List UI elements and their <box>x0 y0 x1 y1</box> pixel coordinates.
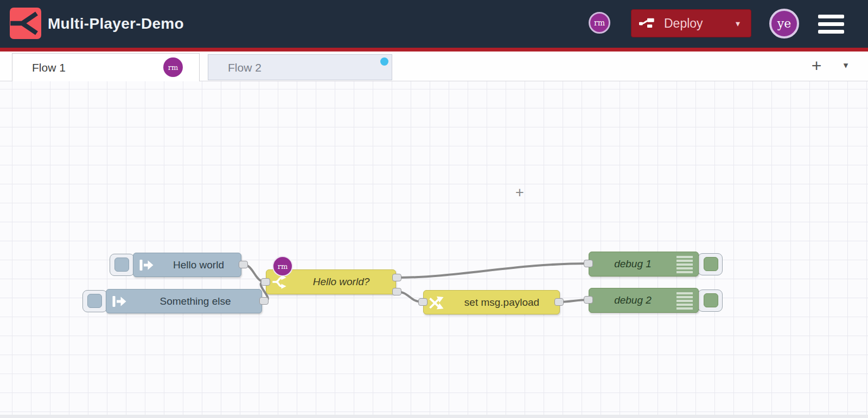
input-port[interactable] <box>418 298 427 306</box>
main-menu-button[interactable] <box>818 14 844 35</box>
deploy-icon <box>639 16 655 30</box>
debug-toggle-button[interactable] <box>698 253 723 275</box>
user-avatar[interactable]: ye <box>769 9 799 38</box>
canvas-bottom-edge <box>0 415 868 418</box>
output-port[interactable] <box>239 261 248 268</box>
node-collaborator-initials: rm <box>278 262 288 271</box>
deploy-label: Deploy <box>664 16 703 31</box>
node-label: Hello world <box>159 253 238 276</box>
tab-flow-1[interactable]: Flow 1 rm <box>12 53 200 81</box>
node-label: Something else <box>132 290 258 313</box>
node-debug-1[interactable]: debug 1 <box>589 252 699 276</box>
output-port[interactable] <box>554 298 564 306</box>
debug-messages-icon <box>676 256 693 273</box>
hamburger-icon <box>818 15 844 18</box>
input-port[interactable] <box>261 278 270 286</box>
tab-activity-dot <box>380 57 388 66</box>
header-accent-divider <box>0 48 868 52</box>
debug-button-face <box>704 293 718 307</box>
user-initials: ye <box>777 17 791 30</box>
node-label: Hello world? <box>291 270 391 294</box>
node-label: set msg.payload <box>449 291 555 314</box>
flowfuse-logo-icon[interactable] <box>10 8 41 39</box>
remote-cursor-crosshair: + <box>515 184 524 201</box>
inject-trigger-button[interactable] <box>110 254 135 276</box>
tab-label: Flow 1 <box>32 61 66 74</box>
input-port[interactable] <box>584 260 593 267</box>
node-collaborator-badge: rm <box>272 256 293 276</box>
flow-tab-bar: Flow 1 rm Flow 2 <box>0 52 868 81</box>
debug-button-face <box>704 257 718 271</box>
add-flow-button[interactable]: + <box>805 55 828 78</box>
deploy-options-caret-icon[interactable]: ▾ <box>732 15 743 32</box>
output-port-1[interactable] <box>392 274 401 281</box>
output-port-2[interactable] <box>392 288 401 295</box>
tab-label: Flow 2 <box>228 61 261 74</box>
change-shuffle-icon <box>429 294 445 311</box>
tab-collaborator-badge: rm <box>163 57 183 77</box>
tab-collaborator-initials: rm <box>168 63 178 72</box>
switch-fork-icon <box>271 274 288 290</box>
node-inject-hello-world[interactable]: Hello world <box>133 253 241 277</box>
node-debug-2[interactable]: debug 2 <box>589 288 699 313</box>
debug-messages-icon <box>676 292 693 310</box>
node-inject-something-else[interactable]: Something else <box>106 289 262 313</box>
app-header: Multi-Player-Demo rm Deploy ▾ ye <box>0 0 868 48</box>
inject-button-face <box>114 258 129 272</box>
input-port[interactable] <box>584 296 593 304</box>
inject-button-face <box>87 294 102 308</box>
output-port[interactable] <box>259 297 269 305</box>
deploy-button[interactable]: Deploy ▾ <box>631 9 751 37</box>
flow-editor-app: Multi-Player-Demo rm Deploy ▾ ye Flow <box>0 0 868 418</box>
flow-list-caret-icon[interactable]: ▾ <box>838 60 854 76</box>
inject-arrow-icon <box>138 257 155 273</box>
hamburger-icon <box>818 22 844 26</box>
flow-canvas[interactable] <box>0 81 868 418</box>
debug-toggle-button[interactable] <box>698 290 723 312</box>
inject-arrow-icon <box>111 293 127 310</box>
node-change-set-payload[interactable]: set msg.payload <box>423 290 560 314</box>
page-title: Multi-Player-Demo <box>48 0 184 48</box>
node-label: debug 1 <box>593 252 672 276</box>
node-label: debug 2 <box>593 288 672 312</box>
collaborator-badge[interactable]: rm <box>589 12 610 34</box>
inject-trigger-button[interactable] <box>82 290 107 312</box>
tab-flow-2[interactable]: Flow 2 <box>208 54 392 80</box>
hamburger-icon <box>818 30 844 34</box>
collaborator-initials: rm <box>594 18 605 27</box>
